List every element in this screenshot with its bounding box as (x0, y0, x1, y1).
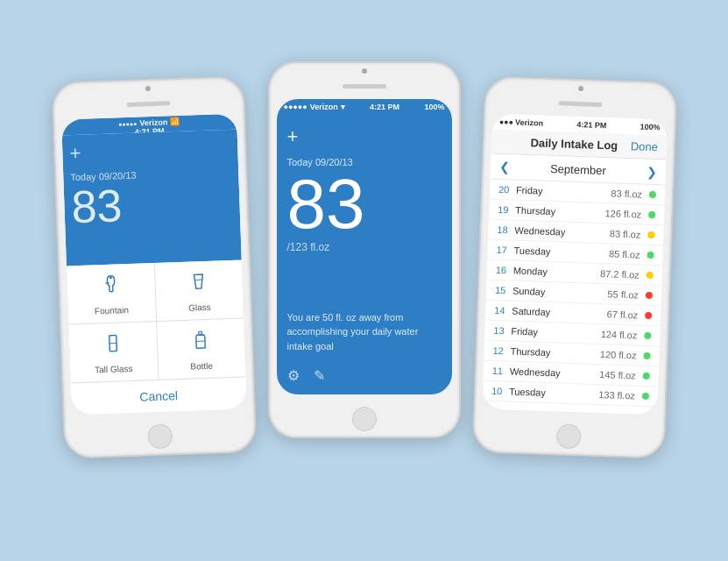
log-row-num: 18 (497, 224, 514, 236)
drink-glass[interactable]: Glass (154, 260, 244, 321)
home-button-left[interactable] (147, 423, 173, 449)
phone-left-screen: ●●●●● Verizon 📶 4:21 PM 100% + Today 09/… (61, 114, 247, 415)
log-rows: 20 Friday 83 fl.oz 19 Thursday 126 fl.oz… (482, 180, 665, 415)
log-row-day: Tuesday (508, 386, 598, 400)
signal-dots-right: ●●● (498, 117, 513, 127)
speaker-right (558, 101, 602, 107)
fountain-label: Fountain (94, 305, 128, 316)
log-row-num: 19 (498, 204, 515, 216)
log-dot (642, 373, 649, 380)
time-center: 4:21 PM (370, 103, 399, 111)
log-row-num: 16 (495, 265, 512, 276)
log-row-day: Wednesday (514, 225, 610, 239)
battery-right: 100% (640, 123, 660, 132)
log-title: Daily Intake Log (530, 136, 618, 152)
phone-center-screen: ●●●●● Verizon ▾ 4:21 PM 100% + Today 09/… (277, 99, 452, 394)
log-row-num: 15 (494, 285, 512, 296)
fountain-icon (97, 272, 123, 302)
wifi-icon-center: ▾ (341, 103, 345, 111)
drink-tall-glass[interactable]: Tall Glass (68, 322, 158, 382)
log-row-day: Wednesday (509, 366, 599, 380)
log-row-num: 13 (493, 325, 511, 337)
glass-label: Glass (187, 302, 210, 312)
cancel-button[interactable]: Cancel (70, 376, 246, 415)
log-row-amount: 124 fl.oz (600, 329, 637, 340)
log-row-day: Saturday (512, 306, 607, 320)
log-row-num: 11 (491, 366, 509, 377)
speaker-center (343, 84, 386, 89)
phone-right-screen: ●●● Verizon 4:21 PM 100% Daily Intake Lo… (482, 114, 668, 415)
home-button-center[interactable] (352, 407, 377, 431)
drink-bottle[interactable]: Bottle (156, 318, 245, 379)
signal-dots-left: ●●●●● (118, 120, 137, 127)
drink-grid: Fountain Glass (66, 260, 245, 383)
log-row-day: Thursday (515, 205, 605, 219)
signal-dots-center: ●●●●● (284, 103, 307, 111)
camera-left (145, 86, 150, 91)
phone-left: ●●●●● Verizon 📶 4:21 PM 100% + Today 09/… (51, 75, 257, 458)
svg-rect-4 (198, 331, 201, 334)
settings-icon[interactable]: ⚙ (287, 367, 300, 384)
bottle-label: Bottle (190, 360, 213, 371)
log-row-day: Tuesday (513, 245, 609, 259)
time-right: 4:21 PM (576, 120, 606, 130)
camera-right (578, 86, 583, 91)
center-number: 83 (287, 169, 442, 239)
drink-fountain[interactable]: Fountain (66, 263, 155, 323)
log-dot (647, 252, 654, 259)
log-row-amount: 126 fl.oz (604, 208, 641, 219)
log-row-amount: 83 fl.oz (609, 228, 640, 239)
home-button-right[interactable] (555, 423, 581, 449)
next-month-button[interactable]: ❯ (646, 165, 657, 179)
battery-center: 100% (424, 103, 444, 111)
left-screen-content: + Today 09/20/13 83 (61, 130, 241, 266)
center-message: You are 50 fl. oz away from accomplishin… (287, 310, 442, 354)
wifi-icon-left: 📶 (170, 117, 180, 126)
phone-right: ●●● Verizon 4:21 PM 100% Daily Intake Lo… (471, 75, 677, 458)
glass-icon (186, 268, 211, 299)
log-row-amount: 120 fl.oz (599, 349, 636, 360)
log-row-num: 10 (491, 386, 508, 397)
camera-center (362, 68, 367, 74)
log-dot (647, 231, 654, 238)
done-button[interactable]: Done (630, 139, 658, 153)
bottle-icon (187, 327, 213, 358)
phones-container: ●●●●● Verizon 📶 4:21 PM 100% + Today 09/… (32, 26, 697, 535)
center-screen-content: + Today 09/20/13 83 /123 fl.oz You are 5… (277, 115, 452, 394)
log-row-day: Friday (515, 185, 611, 199)
status-bar-center: ●●●●● Verizon ▾ 4:21 PM 100% (277, 99, 452, 115)
log-dot (644, 332, 651, 339)
tall-glass-icon (100, 330, 125, 361)
log-row-amount: 87.2 fl.oz (599, 268, 639, 280)
log-row-num: 12 (492, 345, 510, 357)
log-row-day: Monday (512, 266, 600, 279)
log-row-amount: 55 fl.oz (607, 288, 639, 300)
center-add-button[interactable]: + (287, 125, 442, 148)
prev-month-button[interactable]: ❮ (498, 160, 510, 174)
log-row-day: Friday (511, 326, 601, 340)
center-footer: ⚙ ✎ (287, 367, 442, 384)
log-dot (648, 191, 655, 198)
log-dot (646, 272, 653, 279)
log-dot (643, 352, 650, 359)
log-row-amount: 85 fl.oz (608, 248, 640, 259)
phone-center: ●●●●● Verizon ▾ 4:21 PM 100% + Today 09/… (268, 61, 461, 438)
edit-icon[interactable]: ✎ (314, 367, 325, 384)
speaker-left (126, 101, 170, 107)
month-name: September (549, 161, 605, 176)
carrier-center: Verizon (310, 103, 338, 111)
log-row-amount: 67 fl.oz (606, 309, 638, 320)
log-row-amount: 83 fl.oz (611, 188, 642, 199)
log-row-day: Sunday (512, 286, 607, 300)
log-row-day: Thursday (510, 346, 600, 360)
log-row-num: 20 (498, 184, 515, 195)
tall-glass-label: Tall Glass (94, 363, 132, 374)
carrier-right: Verizon (514, 118, 542, 128)
log-dot (644, 312, 651, 319)
left-add-button[interactable]: + (68, 137, 230, 165)
log-dot (648, 211, 655, 218)
log-row-amount: 133 fl.oz (598, 389, 635, 401)
log-row-num: 17 (496, 245, 513, 256)
center-unit: /123 fl.oz (287, 241, 442, 253)
log-dot (641, 393, 648, 400)
